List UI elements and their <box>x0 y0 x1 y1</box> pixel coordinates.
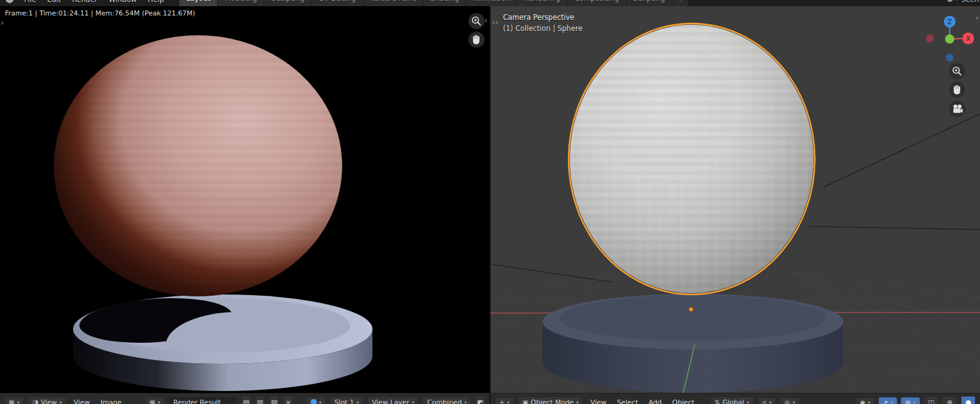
render-pass-label: Combined <box>427 398 462 404</box>
editor-type-button[interactable]: + ▾ <box>495 397 514 404</box>
panel-resize-icons[interactable]: ‹› <box>492 19 498 25</box>
display-channels-button[interactable]: ◩ <box>475 396 485 404</box>
scene-selector[interactable]: Scen <box>961 0 979 4</box>
menu-image[interactable]: Image <box>97 398 124 404</box>
panel-divider[interactable] <box>489 6 491 404</box>
menu-add[interactable]: Add <box>645 398 664 404</box>
chevron-down-icon: ▾ <box>769 400 772 404</box>
viewport-camera-button[interactable] <box>949 101 965 117</box>
proportional-icon: ◎ <box>784 399 790 404</box>
chevron-down-icon: ▾ <box>319 400 322 404</box>
gizmo-z-label: Z <box>948 19 952 25</box>
image-mode-dropdown[interactable]: ◨ View ▾ <box>28 397 66 404</box>
menu-object[interactable]: Object <box>669 398 698 404</box>
viewport-canvas[interactable] <box>491 6 980 393</box>
pinned-image-button[interactable]: ▾ <box>306 397 326 404</box>
toolbar-expand-icon[interactable]: › <box>1 20 4 26</box>
image-datablock-icon: ▦ <box>150 399 155 404</box>
chevron-down-icon: ▾ <box>158 400 160 404</box>
tab-uv-editing[interactable]: UV Editing <box>312 0 363 6</box>
image-editor-panel: Frame:1 | Time:01:24.11 | Mem:76.54M (Pe… <box>0 6 489 404</box>
render-slot-dropdown[interactable]: Slot 1 ▾ <box>330 397 364 404</box>
menu-help[interactable]: Help <box>142 0 170 4</box>
tab-shading[interactable]: Shading <box>423 0 466 6</box>
overlays-icon: ◎ <box>905 399 911 404</box>
image-editor-icon: ▦ <box>9 399 14 404</box>
menu-file[interactable]: File <box>19 0 41 4</box>
pan-button[interactable] <box>468 32 484 48</box>
workspace-tabs: Layout Modeling Sculpting UV Editing Tex… <box>179 0 689 6</box>
navigation-gizmo[interactable]: Z X <box>924 13 976 65</box>
hand-icon <box>952 84 963 95</box>
render-pass-dropdown[interactable]: Combined ▾ <box>423 397 471 404</box>
blender-logo-icon <box>6 0 14 3</box>
chevron-down-icon[interactable]: ▾ <box>956 0 958 2</box>
datablock-name-label: Render Result <box>173 398 221 404</box>
menu-view[interactable]: View <box>71 398 93 404</box>
gizmo-y-ball[interactable] <box>945 35 955 44</box>
chevron-down-icon: ▾ <box>507 400 509 404</box>
viewport-editor-icon: + <box>499 399 504 404</box>
unlink-image-button[interactable]: × <box>283 396 293 404</box>
add-workspace-button[interactable]: + <box>673 0 689 6</box>
tab-sculpting[interactable]: Sculpting <box>264 0 311 6</box>
orientation-label: Global <box>723 398 744 404</box>
transform-orientation-dropdown[interactable]: ⇅ Global ▾ <box>710 397 754 404</box>
image-datablock-browse[interactable]: ▦ ▾ <box>145 397 165 404</box>
chevron-down-icon: ▾ <box>411 400 414 404</box>
shading-solid-button[interactable]: ● <box>961 396 976 404</box>
gizmo-x-label: X <box>966 35 971 42</box>
hand-icon <box>471 34 482 45</box>
chevron-down-icon: ▾ <box>747 400 749 404</box>
gizmo-minus-x-ball[interactable] <box>926 35 934 43</box>
viewport-panel: Camera Perspective (1) Collection | Sphe… <box>491 6 980 404</box>
tab-compositing[interactable]: Compositing <box>567 0 625 6</box>
proportional-editing-toggle[interactable]: ◎ ▾ <box>780 397 799 404</box>
gizmos-toggle[interactable]: ↗ ▾ <box>879 397 897 404</box>
tab-animation[interactable]: Animation <box>466 0 517 6</box>
tab-rendering[interactable]: Rendering <box>517 0 567 6</box>
menu-render[interactable]: Render <box>67 0 103 4</box>
render-result-image[interactable] <box>0 6 489 393</box>
slot-label: Slot 1 <box>335 398 355 404</box>
viewport-zoom-button[interactable] <box>949 63 965 79</box>
image-mode-label: View <box>41 398 57 404</box>
chevron-down-icon: ▾ <box>59 400 62 404</box>
tab-modeling[interactable]: Modeling <box>218 0 264 6</box>
menu-select[interactable]: Select <box>614 398 641 404</box>
render-result-sphere-icon <box>311 399 317 404</box>
shading-wireframe-button[interactable]: ⊕ <box>942 396 957 404</box>
menu-edit[interactable]: Edit <box>41 0 66 4</box>
viewport-pan-button[interactable] <box>949 82 965 98</box>
tab-texture-paint[interactable]: Texture Paint <box>363 0 423 6</box>
xray-toggle[interactable]: ◫ <box>924 396 939 404</box>
magnet-icon: ∩ <box>762 399 767 404</box>
mode-dropdown[interactable]: ▣ Object Mode ▾ <box>518 397 583 404</box>
duplicate-image-button[interactable]: ▥ <box>256 396 265 404</box>
image-datablock-name[interactable]: Render Result <box>169 397 237 404</box>
tab-layout[interactable]: Layout <box>179 0 217 6</box>
chevron-down-icon: ▾ <box>868 400 870 404</box>
chevron-down-icon: ▾ <box>890 400 893 404</box>
new-image-button[interactable]: ▤ <box>241 396 251 404</box>
eye-icon: ◉ <box>860 399 866 404</box>
gizmo-minus-z-ball[interactable] <box>946 54 954 62</box>
sphere-object[interactable] <box>569 24 815 294</box>
editor-type-button[interactable]: ▦ ▾ <box>4 397 24 404</box>
chevron-down-icon: ▾ <box>464 400 466 404</box>
object-origin-dot[interactable] <box>689 307 694 312</box>
view-layer-dropdown[interactable]: View Layer ▾ <box>368 397 418 404</box>
zoom-button[interactable] <box>468 13 484 29</box>
overlays-toggle[interactable]: ◎ ▾ <box>901 397 920 404</box>
chevron-down-icon: ▾ <box>913 400 916 404</box>
visibility-dropdown[interactable]: ◉ ▾ <box>856 397 875 404</box>
menu-view[interactable]: View <box>587 398 609 404</box>
sidebar-collapse-icon[interactable]: ‹ <box>976 15 979 21</box>
open-image-button[interactable]: ▧ <box>269 396 279 404</box>
rendered-sphere <box>54 35 342 296</box>
tab-scripting[interactable]: Scripting <box>627 0 672 6</box>
menu-window[interactable]: Window <box>103 0 142 4</box>
sidebar-collapse-icon[interactable]: ‹ <box>484 17 488 24</box>
snap-toggle[interactable]: ∩ ▾ <box>758 397 776 404</box>
camera-icon <box>952 103 963 115</box>
